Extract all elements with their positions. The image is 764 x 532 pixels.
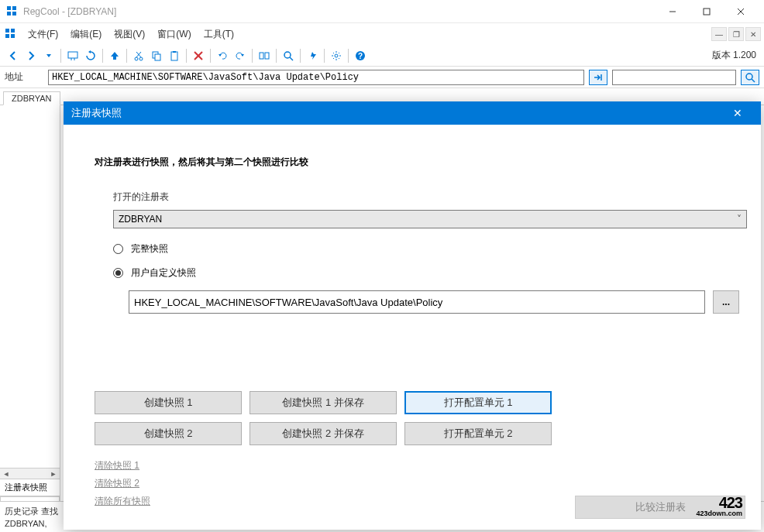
svg-point-27	[284, 52, 291, 58]
svg-rect-9	[11, 29, 15, 33]
menu-window[interactable]: 窗口(W)	[151, 25, 197, 44]
clear-snapshot-1-link[interactable]: 清除快照 1	[95, 459, 739, 472]
open-config-unit-1-button[interactable]: 打开配置单元 1	[404, 391, 552, 414]
menubar: 文件(F) 编辑(E) 视图(V) 窗口(W) 工具(T) — ❐ ✕	[0, 23, 764, 45]
dialog-title: 注册表快照	[71, 106, 122, 120]
menu-view[interactable]: 视图(V)	[108, 25, 151, 44]
dialog-description: 对注册表进行快照，然后将其与第二个快照进行比较	[95, 156, 739, 169]
tree-view[interactable]	[0, 105, 60, 468]
svg-rect-1	[12, 6, 16, 10]
horizontal-scrollbar[interactable]: ◄►	[0, 468, 60, 479]
radio-full-circle	[113, 244, 123, 254]
svg-rect-11	[11, 34, 15, 38]
window-title: RegCool - [ZDBRYAN]	[23, 6, 116, 17]
search-input[interactable]	[612, 70, 736, 85]
mdi-minimize-button[interactable]: —	[711, 27, 727, 41]
paste-icon[interactable]	[166, 47, 183, 64]
create-snapshot-2-save-button[interactable]: 创建快照 2 并保存	[250, 422, 397, 445]
browse-button[interactable]: ...	[713, 290, 739, 314]
window-titlebar: RegCool - [ZDBRYAN]	[0, 0, 764, 23]
create-snapshot-1-save-button[interactable]: 创建快照 1 并保存	[250, 391, 397, 414]
maximize-button[interactable]	[690, 0, 724, 23]
radio-full-label: 完整快照	[131, 242, 168, 256]
radio-full-snapshot[interactable]: 完整快照	[113, 242, 739, 256]
menu-tools[interactable]: 工具(T)	[198, 25, 240, 44]
svg-point-33	[746, 74, 752, 80]
mdi-close-button[interactable]: ✕	[745, 27, 761, 41]
svg-point-15	[135, 57, 138, 60]
svg-rect-20	[155, 54, 160, 60]
close-button[interactable]	[724, 0, 758, 23]
mdi-restore-button[interactable]: ❐	[728, 27, 744, 41]
svg-rect-25	[260, 53, 263, 59]
redo-icon[interactable]	[232, 47, 249, 64]
back-button[interactable]	[5, 47, 22, 64]
address-input[interactable]	[48, 70, 584, 85]
dialog-close-button[interactable]: ✕	[722, 101, 753, 125]
undo-icon[interactable]	[214, 47, 231, 64]
sidebar: ◄► 注册表快照 注册表快照	[0, 105, 60, 513]
svg-line-34	[752, 79, 755, 82]
svg-rect-26	[265, 53, 269, 59]
radio-custom-snapshot[interactable]: 用户自定义快照	[113, 266, 739, 280]
menu-edit[interactable]: 编辑(E)	[64, 25, 108, 44]
svg-rect-12	[68, 52, 77, 58]
svg-rect-2	[7, 12, 11, 15]
address-bar: 地址	[0, 67, 764, 88]
registry-combo[interactable]: ZDBRYAN	[113, 210, 747, 228]
delete-icon[interactable]	[190, 47, 207, 64]
svg-rect-10	[5, 34, 9, 38]
snapshot-icon[interactable]	[304, 47, 321, 64]
open-config-unit-2-button[interactable]: 打开配置单元 2	[404, 422, 552, 445]
radio-custom-label: 用户自定义快照	[131, 266, 196, 280]
search-button[interactable]	[741, 70, 759, 85]
dropdown-arrow[interactable]	[40, 47, 57, 64]
version-label: 版本 1.200	[712, 49, 759, 62]
menu-file[interactable]: 文件(F)	[22, 25, 64, 44]
dialog-titlebar: 注册表快照 ✕	[64, 101, 761, 125]
cut-icon[interactable]	[130, 47, 147, 64]
custom-path-input[interactable]	[129, 290, 705, 314]
address-go-button[interactable]	[589, 70, 607, 85]
copy-icon[interactable]	[148, 47, 165, 64]
open-registry-label: 打开的注册表	[113, 190, 739, 204]
create-snapshot-1-button[interactable]: 创建快照 1	[95, 391, 242, 414]
svg-point-16	[139, 57, 143, 60]
watermark: 423 423down.com	[696, 495, 742, 517]
snapshot-dialog: 注册表快照 ✕ 对注册表进行快照，然后将其与第二个快照进行比较 打开的注册表 Z…	[64, 101, 761, 530]
svg-line-28	[290, 57, 293, 60]
tab-main[interactable]: ZDBRYAN	[3, 91, 60, 105]
radio-custom-circle	[113, 268, 123, 278]
svg-point-29	[335, 54, 338, 57]
app-icon	[6, 5, 19, 18]
svg-rect-21	[171, 52, 177, 60]
svg-rect-5	[704, 9, 710, 15]
search-icon[interactable]	[280, 47, 297, 64]
create-snapshot-2-button[interactable]: 创建快照 2	[95, 422, 242, 445]
up-arrow-icon[interactable]	[106, 47, 123, 64]
sidebar-tab-snapshot-header: 注册表快照	[0, 479, 60, 496]
registry-combo-value: ZDBRYAN	[119, 214, 162, 225]
minimize-button[interactable]	[656, 0, 690, 23]
refresh-icon[interactable]	[82, 47, 99, 64]
help-icon[interactable]: ?	[352, 47, 369, 64]
desktop-icon[interactable]	[64, 47, 81, 64]
address-label: 地址	[5, 70, 43, 84]
toolbar: ? 版本 1.200	[0, 45, 764, 67]
forward-button[interactable]	[22, 47, 40, 64]
svg-rect-3	[12, 12, 16, 15]
compare-icon[interactable]	[256, 47, 273, 64]
svg-text:?: ?	[358, 52, 363, 60]
menubar-app-icon	[5, 28, 17, 40]
svg-rect-0	[7, 6, 11, 10]
clear-snapshot-2-link[interactable]: 清除快照 2	[95, 477, 739, 490]
settings-icon[interactable]	[328, 47, 345, 64]
svg-rect-22	[173, 51, 176, 53]
svg-rect-8	[5, 29, 9, 33]
